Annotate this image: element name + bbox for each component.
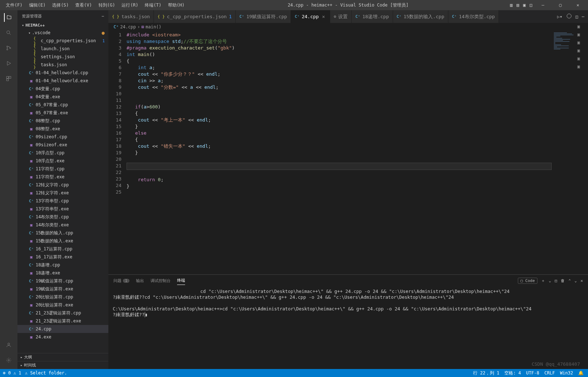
maximize-button[interactable]: ▢ [552,0,568,10]
status-encoding[interactable]: UTF-8 [526,370,539,376]
file-item[interactable]: C⁺11字符型.cpp [17,165,108,173]
minimize-button[interactable]: — [535,0,551,10]
file-item[interactable]: ▣11字符型.exe [17,173,108,181]
explorer-icon[interactable] [4,13,13,22]
breadcrumb[interactable]: C⁺ 24.cpp › ⊞ main() [108,23,588,31]
layout-icon-1[interactable]: ▥ [509,3,514,8]
settings-gear-icon[interactable] [4,356,13,365]
file-item[interactable]: ▣08整型.exe [17,125,108,133]
file-item[interactable]: ▣20比较运算符.exe [17,301,108,309]
status-language[interactable]: Win32 [560,370,573,376]
panel-tab-terminal[interactable]: 终端 [177,276,185,285]
file-item[interactable]: ▣19赋值运算符.exe [17,285,108,293]
terminal-instance-icon[interactable]: ▣ [577,48,580,53]
editor-tab[interactable]: ⚙设置 [330,10,352,23]
file-item[interactable]: C⁺21_23逻辑运算符.cpp [17,309,108,317]
run-debug-icon[interactable] [4,59,13,68]
menu-go[interactable]: 转到(G) [96,1,118,10]
file-item[interactable]: C⁺01-04_helloworld.cpp [17,69,108,77]
file-item[interactable]: ▣12转义字符.exe [17,189,108,197]
file-item[interactable]: ▣16_17运算符.exe [17,253,108,261]
editor-tab[interactable]: { }c_cpp_properties.json1 [154,10,236,23]
menu-view[interactable]: 查看(V) [72,1,95,10]
status-problems[interactable]: ⊗ 0 ⚠ 1 [3,370,21,376]
breadcrumb-file[interactable]: 24.cpp [120,24,136,29]
editor-tab[interactable]: C⁺18递增.cpp [352,10,393,23]
file-item[interactable]: ▣24.exe [17,333,108,341]
file-item[interactable]: ▣18递增.exe [17,269,108,277]
file-item[interactable]: { }tasks.json [17,61,108,69]
status-cursor-position[interactable]: 行 22，列 1 [473,370,499,376]
split-editor-icon[interactable]: ◫ [576,14,578,19]
file-item[interactable]: ▣21_23逻辑运算符.exe [17,317,108,325]
terminal-dropdown-icon[interactable]: ⌄ [549,278,551,283]
run-code-icon[interactable]: ▷▾ [557,14,562,19]
menu-edit[interactable]: 编辑(E) [26,1,49,10]
status-eol[interactable]: CRLF [544,370,555,376]
file-item[interactable]: C⁺09sizeof.cpp [17,133,108,141]
panel-tab-debug[interactable]: 调试控制台 [151,277,171,285]
file-item[interactable]: ▣13字符串型.exe [17,205,108,213]
panel-tab-problems[interactable]: 问题1 [113,277,129,285]
layout-icon-4[interactable]: ◫ [528,3,533,8]
timeline-section[interactable]: 时间线 [17,361,108,369]
file-item[interactable]: C⁺05_07常量.cpp [17,101,108,109]
terminal-content[interactable]: cd "c:\Users\Administrator\Desktop\heima… [108,286,588,369]
kill-terminal-icon[interactable]: 🗑 [561,278,565,283]
source-control-icon[interactable] [4,44,13,52]
folder-vscode[interactable]: .vscode● [17,29,108,37]
search-icon[interactable] [4,28,13,37]
project-root[interactable]: HEIMAC++ [17,22,108,29]
file-item[interactable]: C⁺08整型.cpp [17,117,108,125]
status-notifications-icon[interactable]: 🔔 [578,370,584,376]
editor-tab[interactable]: C⁺15数据的输入.cpp [393,10,448,23]
editor-tab[interactable]: C⁺19赋值运算符.cpp [236,10,291,23]
file-item[interactable]: ▣05_07常量.exe [17,109,108,117]
editor-tab[interactable]: { }tasks.json [108,10,154,23]
file-item[interactable]: C⁺24.cpp [17,325,108,333]
account-icon[interactable] [4,341,13,349]
file-item[interactable]: ▣01-04_helloworld.exe [17,77,108,85]
file-item[interactable]: ▣09sizeof.exe [17,141,108,149]
close-window-button[interactable]: ✕ [570,0,586,10]
file-item[interactable]: C⁺15数据的输入.cpp [17,229,108,237]
file-item[interactable]: { }settings.json [17,53,108,61]
file-item[interactable]: C⁺04变量.cpp [17,85,108,93]
status-indentation[interactable]: 空格: 4 [504,370,521,376]
terminal-instance-icon[interactable]: ▣ [577,56,580,61]
new-terminal-icon[interactable]: ＋ [541,278,545,283]
close-tab-icon[interactable]: ✕ [321,14,326,19]
terminal-instance-icon[interactable]: ▣ [577,24,580,29]
file-item[interactable]: { }c_cpp_properties.json1 [17,37,108,45]
terminal-instance-icon[interactable]: ▣ [577,64,580,69]
menu-run[interactable]: 运行(R) [119,1,141,10]
terminal-instance-icon[interactable]: ▣ [577,32,580,37]
breadcrumb-symbol[interactable]: main() [145,24,161,29]
file-item[interactable]: C⁺13字符串型.cpp [17,197,108,205]
file-item[interactable]: { }launch.json [17,45,108,53]
editor-tab[interactable]: C⁺14布尔类型.cpp [448,10,499,23]
editor-body[interactable]: 1234567891011121314151617181920212223242… [108,31,588,274]
file-item[interactable]: ▣14布尔类型.exe [17,221,108,229]
status-select-folder[interactable]: ⚠ Select folder. [25,370,67,376]
file-item[interactable]: ▣04变量.exe [17,93,108,101]
split-terminal-icon[interactable]: ◫ [555,278,557,283]
file-item[interactable]: C⁺10浮点型.cpp [17,149,108,157]
terminal-profile-button[interactable]: ▢ Code [518,278,537,284]
menu-terminal[interactable]: 终端(T) [142,1,164,10]
compare-changes-icon[interactable] [566,13,572,20]
panel-tab-output[interactable]: 输出 [136,277,144,285]
panel-chevron-down-icon[interactable]: ⌄ [575,278,577,283]
explorer-more-icon[interactable]: ⋯ [101,14,104,19]
menu-selection[interactable]: 选择(S) [49,1,72,10]
file-item[interactable]: C⁺16_17运算符.cpp [17,245,108,253]
menu-help[interactable]: 帮助(H) [165,1,188,10]
menu-file[interactable]: 文件(F) [3,1,25,10]
layout-icon-2[interactable]: ▤ [515,3,520,8]
more-actions-icon[interactable]: ⋯ [582,14,584,19]
layout-icon-3[interactable]: ▣ [522,3,527,8]
file-item[interactable]: C⁺20比较运算符.cpp [17,293,108,301]
file-item[interactable]: C⁺12转义字符.cpp [17,181,108,189]
extensions-icon[interactable] [4,74,13,83]
file-item[interactable]: C⁺14布尔类型.cpp [17,213,108,221]
